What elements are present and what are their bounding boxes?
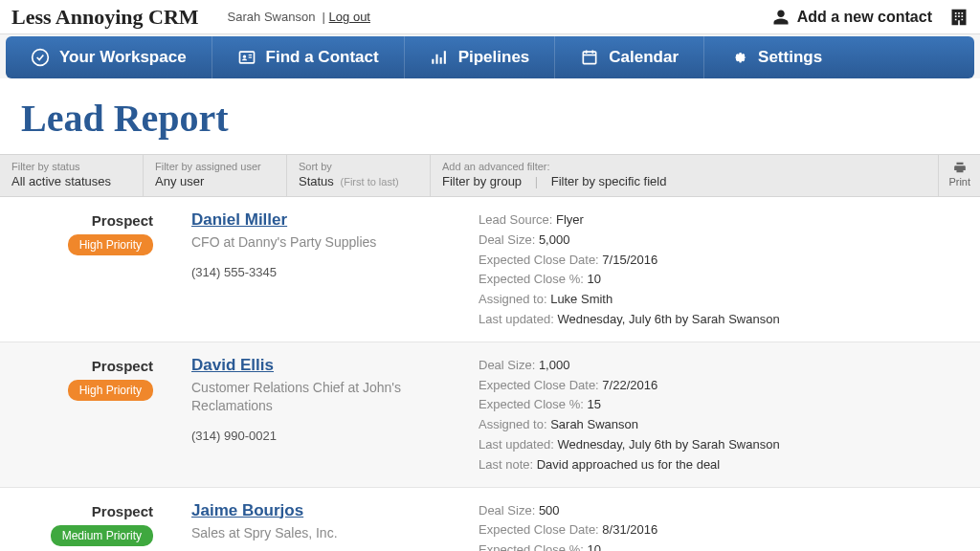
priority-badge: Medium Priority — [51, 525, 153, 546]
calendar-icon — [580, 48, 599, 67]
detail-value: Sarah Swanson — [550, 417, 638, 431]
top-bar: Less Annoying CRM Sarah Swanson | Log ou… — [0, 0, 980, 34]
detail-line: Assigned to: Sarah Swanson — [479, 415, 980, 435]
detail-line: Expected Close %: 10 — [479, 270, 980, 290]
filter-status-value: All active statuses — [11, 174, 131, 188]
nav-calendar[interactable]: Calendar — [555, 36, 704, 78]
contact-phone: (314) 990-0021 — [191, 429, 459, 443]
svg-point-2 — [242, 55, 245, 58]
priority-badge: High Priority — [68, 234, 153, 255]
detail-label: Last updated: — [479, 437, 557, 452]
detail-value: 500 — [539, 503, 560, 518]
lead-status: Prospect — [0, 212, 153, 229]
detail-line: Expected Close %: 10 — [479, 540, 980, 551]
building-icon[interactable] — [949, 8, 969, 27]
detail-label: Deal Size: — [479, 358, 539, 372]
add-contact-label: Add a new contact — [797, 9, 932, 26]
detail-label: Deal Size: — [479, 232, 539, 247]
nav-find-contact[interactable]: Find a Contact — [212, 36, 405, 78]
nav-settings[interactable]: Settings — [704, 36, 974, 78]
detail-label: Expected Close Date: — [479, 253, 602, 267]
detail-label: Assigned to: — [479, 417, 550, 431]
priority-badge: High Priority — [68, 380, 153, 401]
user-info: Sarah Swanson | Log out — [228, 10, 370, 24]
nav-settings-label: Settings — [758, 48, 822, 67]
lead-list: ProspectHigh PriorityDaniel MillerCFO at… — [0, 197, 980, 551]
detail-line: Last updated: Wednesday, July 6th by Sar… — [479, 435, 980, 455]
lead-status-column: ProspectHigh Priority — [0, 356, 191, 475]
add-contact-button[interactable]: Add a new contact — [772, 9, 932, 26]
filter-status-label: Filter by status — [11, 161, 131, 172]
detail-label: Expected Close Date: — [479, 378, 602, 392]
detail-value: 8/31/2016 — [602, 522, 657, 537]
lead-status-column: ProspectMedium Priority — [0, 501, 191, 551]
detail-label: Expected Close Date: — [479, 522, 602, 537]
lead-status: Prospect — [0, 358, 153, 374]
lead-contact-column: David EllisCustomer Relations Chief at J… — [191, 356, 479, 475]
detail-line: Last updated: Wednesday, July 6th by Sar… — [479, 310, 980, 330]
nav-workspace-label: Your Workspace — [59, 48, 187, 67]
advanced-filter: Add an advanced filter: Filter by group … — [431, 155, 938, 196]
filter-assigned-label: Filter by assigned user — [155, 161, 275, 172]
filter-sort-hint: (First to last) — [341, 176, 399, 187]
user-name: Sarah Swanson — [228, 10, 316, 24]
detail-value: 10 — [587, 542, 600, 551]
nav-workspace[interactable]: Your Workspace — [6, 36, 212, 78]
person-icon — [772, 9, 790, 26]
contact-name-link[interactable]: Jaime Bourjos — [191, 501, 303, 520]
detail-line: Deal Size: 5,000 — [479, 231, 980, 251]
nav-pipelines[interactable]: Pipelines — [405, 36, 556, 78]
detail-line: Expected Close Date: 7/22/2016 — [479, 376, 980, 396]
contact-title: Sales at Spry Sales, Inc. — [191, 524, 459, 542]
detail-line: Expected Close Date: 7/15/2016 — [479, 251, 980, 271]
nav-pipelines-label: Pipelines — [458, 48, 530, 67]
lead-details-column: Lead Source: FlyerDeal Size: 5,000Expect… — [479, 210, 980, 330]
detail-label: Last updated: — [479, 312, 557, 326]
main-nav: Your Workspace Find a Contact Pipelines … — [6, 36, 974, 78]
lead-row: ProspectHigh PriorityDaniel MillerCFO at… — [0, 197, 980, 342]
detail-label: Expected Close %: — [479, 397, 587, 411]
svg-point-0 — [33, 50, 49, 66]
detail-value: 7/15/2016 — [602, 253, 657, 267]
detail-value: Wednesday, July 6th by Sarah Swanson — [557, 437, 779, 452]
detail-value: 10 — [587, 272, 600, 286]
contact-name-link[interactable]: David Ellis — [191, 356, 274, 375]
contact-name-link[interactable]: Daniel Miller — [191, 210, 287, 230]
detail-line: Deal Size: 500 — [479, 501, 980, 521]
detail-value: Wednesday, July 6th by Sarah Swanson — [557, 312, 779, 326]
lead-contact-column: Daniel MillerCFO at Danny's Party Suppli… — [191, 210, 479, 330]
chart-icon — [430, 48, 449, 67]
printer-icon — [951, 161, 969, 174]
detail-label: Expected Close %: — [479, 272, 587, 286]
filter-by-field-link[interactable]: Filter by specific field — [551, 174, 667, 188]
detail-label: Last note: — [479, 457, 537, 472]
detail-line: Lead Source: Flyer — [479, 210, 980, 231]
contact-title: CFO at Danny's Party Supplies — [191, 233, 459, 252]
filter-assigned[interactable]: Filter by assigned user Any user — [144, 155, 287, 196]
filter-sort-value: Status — [299, 174, 334, 188]
detail-value: David approached us for the deal — [537, 457, 721, 472]
logout-link[interactable]: Log out — [329, 10, 370, 24]
detail-value: 7/22/2016 — [602, 378, 657, 392]
detail-line: Last note: David approached us for the d… — [479, 455, 980, 475]
detail-line: Deal Size: 1,000 — [479, 356, 980, 376]
filter-status[interactable]: Filter by status All active statuses — [0, 155, 144, 196]
print-button[interactable]: Print — [938, 155, 980, 196]
svg-rect-1 — [239, 52, 254, 63]
contact-title: Customer Relations Chief at John's Recla… — [191, 379, 459, 415]
detail-label: Deal Size: — [479, 503, 539, 518]
filter-sort[interactable]: Sort by Status (First to last) — [287, 155, 431, 196]
lead-row: ProspectHigh PriorityDavid EllisCustomer… — [0, 342, 980, 488]
detail-label: Lead Source: — [479, 212, 556, 227]
lead-status: Prospect — [0, 503, 153, 519]
detail-value: Flyer — [556, 212, 584, 227]
lead-row: ProspectMedium PriorityJaime BourjosSale… — [0, 488, 980, 551]
filter-by-group-link[interactable]: Filter by group — [442, 174, 522, 188]
brand-logo: Less Annoying CRM — [11, 5, 199, 30]
advanced-filter-label: Add an advanced filter: — [442, 161, 926, 172]
detail-value: 5,000 — [539, 232, 570, 247]
nav-calendar-label: Calendar — [609, 48, 679, 67]
detail-label: Expected Close %: — [479, 542, 587, 551]
detail-label: Assigned to: — [479, 292, 550, 306]
nav-find-contact-label: Find a Contact — [266, 48, 379, 67]
